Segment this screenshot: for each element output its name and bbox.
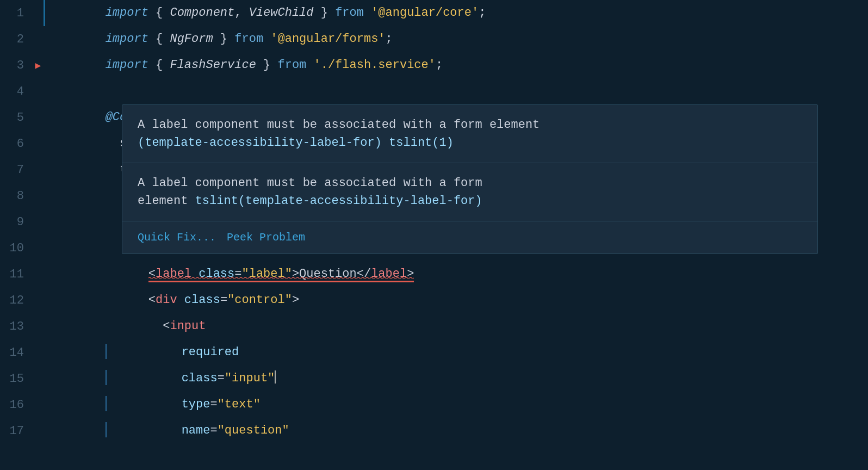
line-number-13: 13 bbox=[0, 320, 33, 333]
editor-container: 1 import { Component, ViewChild } from '… bbox=[0, 0, 868, 470]
line-number-12: 12 bbox=[0, 294, 33, 307]
line-number-3: 3 bbox=[0, 59, 33, 72]
line-content-17: name="question" bbox=[44, 392, 868, 470]
line-number-9: 9 bbox=[0, 215, 33, 229]
tooltip-actions: Quick Fix... Peek Problem bbox=[122, 221, 817, 253]
code-line-17: 17 name="question" bbox=[0, 418, 868, 444]
breakpoint-arrow: ▶ bbox=[35, 59, 41, 71]
tooltip-message-2: A label component must be associated wit… bbox=[122, 163, 817, 221]
line-number-1: 1 bbox=[0, 7, 33, 20]
peek-problem-button[interactable]: Peek Problem bbox=[227, 229, 305, 246]
tooltip-code-1: (template-accessibility-label-for) bbox=[138, 136, 382, 150]
line-number-6: 6 bbox=[0, 137, 33, 151]
line-number-14: 14 bbox=[0, 346, 33, 360]
gutter-3: ▶ bbox=[33, 59, 44, 71]
indent-guide-4 bbox=[106, 422, 107, 437]
line-number-15: 15 bbox=[0, 372, 33, 386]
left-border-line-1 bbox=[44, 0, 45, 26]
tooltip-text-1: A label component must be associated wit… bbox=[138, 116, 802, 152]
tooltip-panel: A label component must be associated wit… bbox=[122, 104, 818, 254]
tooltip-tslint-1: tslint(1) bbox=[389, 136, 454, 150]
code-line-3: 3 ▶ import { FlashService } from './flas… bbox=[0, 52, 868, 78]
tooltip-code-2: tslint(template-accessibility-label-for) bbox=[195, 194, 482, 208]
tooltip-text-2: A label component must be associated wit… bbox=[138, 174, 802, 210]
quick-fix-button[interactable]: Quick Fix... bbox=[138, 229, 216, 246]
line-number-16: 16 bbox=[0, 398, 33, 412]
line-number-8: 8 bbox=[0, 189, 33, 203]
tooltip-message-1: A label component must be associated wit… bbox=[122, 105, 817, 163]
line-number-4: 4 bbox=[0, 85, 33, 98]
line-number-7: 7 bbox=[0, 163, 33, 177]
line-number-5: 5 bbox=[0, 111, 33, 125]
line-number-17: 17 bbox=[0, 424, 33, 438]
line-number-10: 10 bbox=[0, 242, 33, 255]
line-number-11: 11 bbox=[0, 268, 33, 281]
line-number-2: 2 bbox=[0, 33, 33, 46]
